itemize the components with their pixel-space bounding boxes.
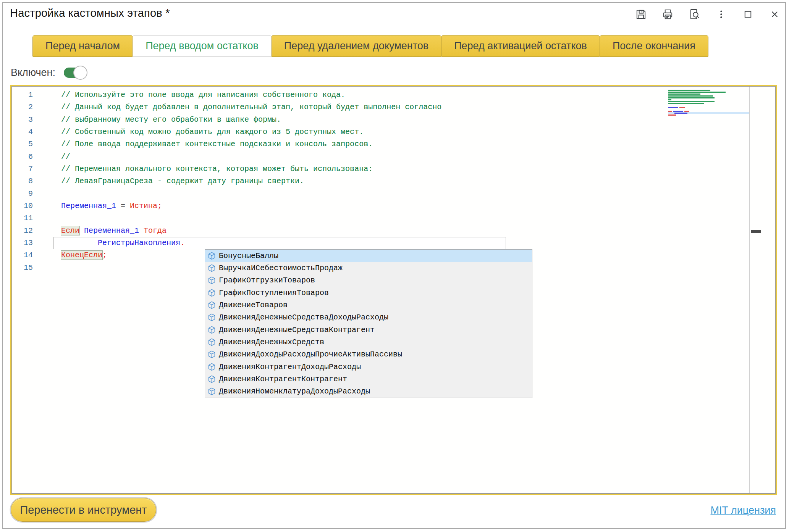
mit-license-link[interactable]: MIT лицензия (710, 505, 776, 516)
code-line: 10Переменная_1 = Истина; (12, 200, 775, 212)
autocomplete-item-label: ГрафикОтгрузкиТоваров (219, 276, 315, 285)
code-minimap (668, 89, 762, 116)
cube-icon (207, 350, 216, 359)
line-number: 14 (12, 249, 33, 261)
page-title: Настройка кастомных этапов * (10, 7, 170, 19)
line-number: 7 (12, 163, 33, 175)
autocomplete-item-label: ДвиженияНоменклатураДоходыРасходы (219, 387, 370, 396)
minimap-row (668, 114, 762, 116)
app-window: Настройка кастомных этапов * Перед начал… (2, 2, 786, 529)
code-lines: 1// Используйте это поле ввода для напис… (12, 89, 775, 274)
enabled-toggle[interactable] (64, 68, 86, 78)
tab-stage-5[interactable]: После окончания (600, 35, 708, 57)
tab-stage-2[interactable]: Перед вводом остатков (133, 35, 272, 57)
autocomplete-dropdown: БонусныеБаллыВыручкаИСебестоимостьПродаж… (205, 249, 532, 398)
autocomplete-item-label: ДвиженияДоходыРасходыПрочиеАктивыПассивы (219, 350, 402, 359)
enabled-label: Включен: (11, 67, 55, 79)
cube-icon (207, 338, 216, 347)
print-icon[interactable] (662, 8, 674, 20)
code-line: 2// Данный код будет добавлен в дополнит… (12, 101, 775, 113)
line-number: 10 (12, 200, 33, 212)
code-line: 4// Собственный код можно добавить для к… (12, 126, 775, 138)
tab-stage-3[interactable]: Перед удалением документов (271, 35, 441, 57)
code-line: 13 РегистрыНакопления. (12, 237, 775, 249)
save-icon[interactable] (635, 8, 647, 20)
autocomplete-item[interactable]: БонусныеБаллы (205, 250, 532, 262)
line-number: 15 (12, 262, 33, 274)
code-line: 9 (12, 188, 775, 200)
line-number: 8 (12, 175, 33, 187)
autocomplete-item-label: ДвиженияДенежныеСредстваДоходыРасходы (219, 313, 388, 322)
line-number: 12 (12, 225, 33, 237)
more-icon[interactable] (715, 8, 727, 20)
line-number: 4 (12, 126, 33, 138)
autocomplete-item[interactable]: ДвиженияКонтрагентКонтрагент (205, 373, 532, 385)
editor-scrollbar[interactable] (749, 87, 775, 493)
cube-icon (207, 387, 216, 396)
stage-tabs: Перед началомПеред вводом остатковПеред … (32, 35, 708, 57)
cube-icon (207, 251, 216, 260)
tab-stage-4[interactable]: Перед активацией остатков (441, 35, 600, 57)
line-number: 5 (12, 138, 33, 150)
tab-stage-1[interactable]: Перед началом (32, 35, 133, 57)
autocomplete-item-label: ДвиженияДенежныеСредстваКонтрагент (219, 326, 375, 334)
line-number: 1 (12, 89, 33, 101)
autocomplete-item-label: ДвиженияКонтрагентКонтрагент (219, 375, 347, 384)
code-line: 5// Поле ввода поддерживает контекстные … (12, 138, 775, 150)
close-icon[interactable] (769, 8, 781, 20)
autocomplete-item[interactable]: ГрафикОтгрузкиТоваров (205, 274, 532, 287)
autocomplete-item[interactable]: ДвиженияДенежныеСредстваКонтрагент (205, 324, 532, 336)
cube-icon (207, 301, 216, 310)
code-editor[interactable]: 1// Используйте это поле ввода для напис… (11, 86, 776, 494)
cube-icon (207, 289, 216, 297)
code-line: 8// ЛеваяГраницаСреза - содержит дату гр… (12, 175, 775, 187)
cube-icon (207, 375, 216, 384)
code-line: 1// Используйте это поле ввода для напис… (12, 89, 775, 101)
autocomplete-item[interactable]: ДвижениеТоваров (205, 299, 532, 311)
code-line: 12Если Переменная_1 Тогда (12, 225, 775, 237)
toggle-knob (73, 66, 87, 80)
code-editor-frame: 1// Используйте это поле ввода для напис… (10, 85, 777, 495)
autocomplete-item-label: ГрафикПоступленияТоваров (219, 289, 329, 297)
autocomplete-item[interactable]: ВыручкаИСебестоимостьПродаж (205, 262, 532, 274)
autocomplete-item-label: БонусныеБаллы (219, 251, 278, 260)
code-line: 6// (12, 151, 775, 163)
code-line: 3// выбранному месту его обработки в шап… (12, 114, 775, 126)
autocomplete-item[interactable]: ДвиженияНоменклатураДоходыРасходы (205, 385, 532, 398)
autocomplete-item-label: ВыручкаИСебестоимостьПродаж (219, 264, 343, 272)
autocomplete-item[interactable]: ДвиженияДоходыРасходыПрочиеАктивыПассивы (205, 348, 532, 361)
autocomplete-item-label: ДвижениеТоваров (219, 301, 288, 310)
cube-icon (207, 313, 216, 322)
autocomplete-item-label: ДвиженияКонтрагентДоходыРасходы (219, 363, 361, 371)
code-line: 11 (12, 212, 775, 224)
line-number: 2 (12, 101, 33, 113)
print-preview-icon[interactable] (689, 8, 700, 20)
cube-icon (207, 276, 216, 285)
autocomplete-item[interactable]: ДвиженияДенежныхСредств (205, 336, 532, 348)
line-number: 9 (12, 188, 33, 200)
autocomplete-item[interactable]: ДвиженияДенежныеСредстваДоходыРасходы (205, 311, 532, 324)
transfer-to-tool-button[interactable]: Перенести в инструмент (11, 498, 156, 522)
line-number: 6 (12, 151, 33, 163)
code-line: 7// Переменная локального контекста, кот… (12, 163, 775, 175)
cube-icon (207, 264, 216, 272)
autocomplete-item[interactable]: ГрафикПоступленияТоваров (205, 287, 532, 299)
maximize-icon[interactable] (742, 8, 754, 20)
line-number: 11 (12, 212, 33, 224)
line-number: 13 (12, 237, 33, 249)
autocomplete-item[interactable]: ДвиженияКонтрагентДоходыРасходы (205, 361, 532, 373)
line-number: 3 (12, 114, 33, 126)
titlebar-icons (635, 8, 781, 20)
cube-icon (207, 363, 216, 371)
scrollbar-marker[interactable] (751, 230, 761, 233)
autocomplete-item-label: ДвиженияДенежныхСредств (219, 338, 324, 347)
enabled-row: Включен: (11, 64, 86, 81)
cube-icon (207, 326, 216, 334)
